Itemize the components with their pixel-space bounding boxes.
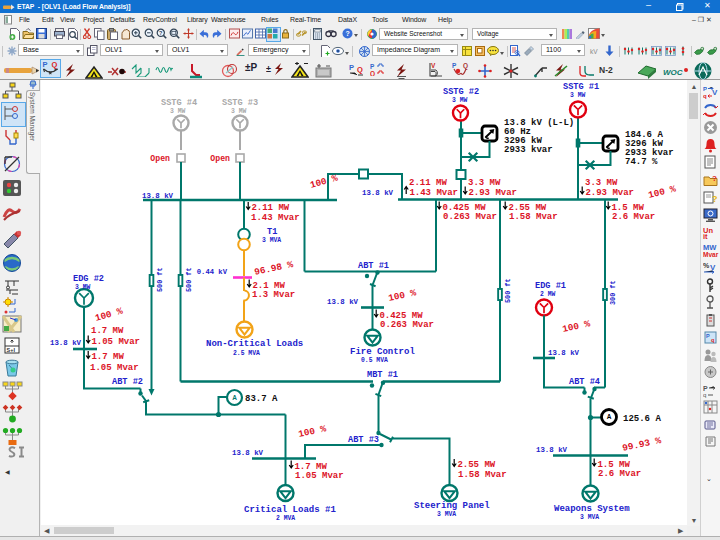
svg-text:100 %: 100 % [94,305,124,323]
svg-text:2.6 Mvar: 2.6 Mvar [612,212,655,222]
svg-text:1.05 Mvar: 1.05 Mvar [295,471,344,481]
svg-text:Mvar: Mvar [703,251,719,258]
svg-text:P: P [349,63,354,72]
svg-text:Open: Open [210,154,230,163]
svg-text:ABT #1: ABT #1 [358,261,389,271]
svg-text:SSTG #2: SSTG #2 [443,87,479,97]
svg-text:P: P [703,86,707,92]
svg-text:P: P [370,63,375,70]
svg-text:A: A [607,413,612,420]
svg-text:3 MVA: 3 MVA [262,237,281,244]
svg-text:Q: Q [463,62,468,70]
svg-text:83.7 A: 83.7 A [245,394,278,404]
svg-text:S+I: S+I [7,347,16,353]
svg-text:q: q [703,392,706,398]
svg-text:P: P [703,385,708,392]
svg-text:T1: T1 [267,227,277,237]
svg-text:99.93 %: 99.93 % [621,435,662,454]
svg-text:0.263 Mvar: 0.263 Mvar [380,320,434,330]
svg-text:1.05 Mvar: 1.05 Mvar [90,363,139,373]
svg-text:2.11 MW: 2.11 MW [251,203,289,213]
svg-text:Fire Control: Fire Control [350,347,415,357]
svg-text:500 ft: 500 ft [185,268,193,292]
svg-text:EDG #1: EDG #1 [535,281,566,291]
svg-text:V: V [431,62,436,69]
svg-text:0.425 MW: 0.425 MW [379,311,423,321]
svg-text:100 %: 100 % [297,423,327,440]
svg-text:1.58 Mvar: 1.58 Mvar [458,470,507,480]
svg-text:1.7 MW: 1.7 MW [91,326,124,336]
svg-text:0.5 MVA: 0.5 MVA [361,357,388,364]
svg-text:MBT #1: MBT #1 [367,370,398,380]
svg-text:Weapons System: Weapons System [554,504,630,514]
svg-text:13.8 kV: 13.8 kV [232,449,264,457]
svg-text:2.55 MW: 2.55 MW [508,203,546,213]
svg-text:3.3 MW: 3.3 MW [585,178,618,188]
svg-text:q: q [703,93,707,99]
svg-text:100 %: 100 % [647,183,677,201]
svg-text:P: P [43,60,48,69]
svg-text:it: it [703,232,708,240]
svg-text:?: ? [345,30,349,37]
svg-text:2.55 MW: 2.55 MW [457,460,495,470]
svg-text:1.7 MW: 1.7 MW [91,352,124,362]
svg-text:1.3 Mvar: 1.3 Mvar [252,290,295,300]
svg-text:2.6 Mvar: 2.6 Mvar [598,469,641,479]
svg-text:3 MW: 3 MW [170,108,186,115]
svg-text:1.5 MW: 1.5 MW [611,203,644,213]
svg-text:0.44 kV: 0.44 kV [197,268,228,276]
svg-text:0.425 MW: 0.425 MW [442,203,486,213]
svg-text:SSTG #1: SSTG #1 [563,82,599,92]
svg-text:2.5 MVA: 2.5 MVA [233,350,260,357]
svg-text:125.6 A: 125.6 A [623,414,661,424]
svg-text:1.05 Mvar: 1.05 Mvar [91,337,140,347]
svg-text:2.1 MW: 2.1 MW [252,281,285,291]
svg-text:ABT #3: ABT #3 [348,435,379,445]
svg-text:13.8 kV: 13.8 kV [327,298,359,306]
svg-text:3 MVA: 3 MVA [437,511,456,518]
svg-text:2 MW: 2 MW [540,291,556,298]
svg-text:1.43 Mvar: 1.43 Mvar [409,188,458,198]
svg-text:P: P [706,333,710,339]
svg-text:SSTG #4: SSTG #4 [161,98,197,108]
svg-text:100 %: 100 % [387,287,417,304]
svg-text:1.5 MW: 1.5 MW [597,460,630,470]
svg-text:A: A [232,394,237,401]
svg-text:3 MW: 3 MW [452,97,468,104]
svg-text:1.43 Mvar: 1.43 Mvar [251,213,300,223]
svg-text:WOC: WOC [663,68,683,77]
svg-text:Q: Q [357,65,363,74]
svg-text:3 MW: 3 MW [75,284,91,291]
svg-text:0.263 Mvar: 0.263 Mvar [443,212,497,222]
svg-text:ABT #2: ABT #2 [112,377,143,387]
svg-text:13.8 kV: 13.8 kV [548,349,580,357]
svg-text:3.3 MW: 3.3 MW [468,178,501,188]
svg-text:100 %: 100 % [561,318,591,335]
svg-text:3 MVA: 3 MVA [580,514,599,521]
svg-text:500 ft: 500 ft [504,279,512,303]
svg-text:2933 kvar: 2933 kvar [504,145,553,155]
svg-text:13.8 kV: 13.8 kV [362,189,394,197]
svg-text:3 MW: 3 MW [570,92,586,99]
svg-text:13.8 kV: 13.8 kV [536,446,568,454]
svg-text:Open: Open [150,154,170,163]
svg-text:?: ? [712,174,717,183]
svg-text:3 MW: 3 MW [231,108,247,115]
svg-text:Q: Q [52,60,58,69]
svg-text:Steering Panel: Steering Panel [414,501,490,511]
svg-text:P: P [452,62,457,69]
svg-text:1.7 MW: 1.7 MW [294,462,327,472]
svg-text:2.93 Mvar: 2.93 Mvar [585,188,634,198]
svg-text:2.93 Mvar: 2.93 Mvar [468,188,517,198]
svg-text:2.11 MW: 2.11 MW [409,178,447,188]
svg-text:EDG #2: EDG #2 [73,274,104,284]
svg-text:100 %: 100 % [309,172,339,190]
svg-text:±: ± [266,64,271,74]
svg-text:Critical Loads #1: Critical Loads #1 [244,505,336,515]
svg-text:?: ? [712,194,718,204]
svg-text:ABT #4: ABT #4 [569,377,600,387]
svg-text:13.8 kV: 13.8 kV [142,192,174,200]
svg-text:74.7 %: 74.7 % [625,157,658,167]
svg-text:96.98 %: 96.98 % [253,259,294,278]
svg-text:q: q [711,337,714,343]
